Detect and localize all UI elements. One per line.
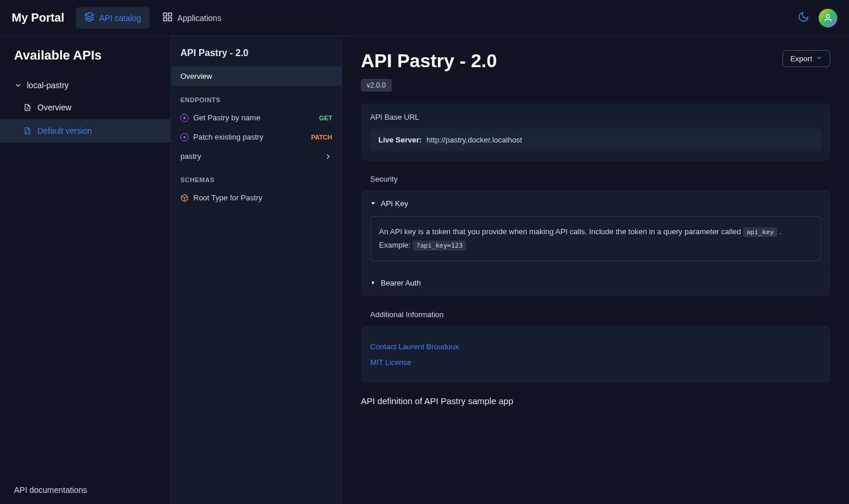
security-panel-bearer: Bearer Auth <box>361 270 830 296</box>
grid-icon <box>162 12 173 24</box>
security-name: Bearer Auth <box>381 279 421 287</box>
license-link[interactable]: MIT License <box>370 354 821 370</box>
endpoint-group-label: pastry <box>180 152 201 161</box>
link-list: Contact Laurent Broudoux MIT License <box>370 335 821 374</box>
document-icon <box>23 103 32 112</box>
api-group-label: local-pastry <box>27 81 69 90</box>
sidebar-available-apis: Available APIs local-pastry Overview Def… <box>0 36 171 504</box>
operation-icon <box>180 114 189 122</box>
top-header: My Portal API catalog Applications <box>0 0 849 36</box>
export-button[interactable]: Export <box>782 50 830 67</box>
sidebar-item-label: Overview <box>37 103 71 112</box>
user-avatar[interactable] <box>819 9 837 27</box>
svg-rect-4 <box>163 18 166 21</box>
svg-rect-1 <box>163 13 166 16</box>
layers-icon <box>84 12 95 24</box>
svg-marker-8 <box>372 281 374 285</box>
nav-label: Applications <box>178 13 222 23</box>
export-label: Export <box>790 54 812 63</box>
nav-applications[interactable]: Applications <box>154 7 230 29</box>
security-description: An API key is a token that you provide w… <box>370 216 821 261</box>
version-badge: v2.0.0 <box>361 79 392 92</box>
api-nav-title: API Pastry - 2.0 <box>171 48 342 67</box>
document-icon <box>23 127 32 135</box>
contact-link[interactable]: Contact Laurent Broudoux <box>370 339 821 354</box>
chevron-down-icon <box>816 54 823 63</box>
method-badge: PATCH <box>311 134 332 141</box>
endpoints-header: ENDPOINTS <box>171 86 342 108</box>
security-toggle-bearer[interactable]: Bearer Auth <box>361 273 830 294</box>
nav-label: API catalog <box>99 13 141 23</box>
endpoint-item[interactable]: Get Pastry by name GET <box>171 108 342 127</box>
sidebar-item-overview[interactable]: Overview <box>0 96 171 119</box>
api-description: API definition of API Pastry sample app <box>361 396 830 406</box>
server-label: Live Server: <box>378 135 422 144</box>
cube-icon <box>180 194 189 202</box>
header-right <box>798 9 837 27</box>
security-desc-suffix: . <box>780 227 782 236</box>
sidebar-title: Available APIs <box>0 48 171 75</box>
content-header: API Pastry - 2.0 Export <box>361 50 830 72</box>
sidebar-api-nav: API Pastry - 2.0 Overview ENDPOINTS Get … <box>171 36 342 504</box>
nav-overview-label: Overview <box>180 72 212 81</box>
svg-rect-2 <box>168 13 171 16</box>
schema-label: Root Type for Pastry <box>193 193 262 202</box>
svg-marker-7 <box>371 202 375 204</box>
theme-toggle-icon[interactable] <box>798 11 809 25</box>
base-url-panel: API Base URL Live Server: http://pastry.… <box>361 103 830 161</box>
svg-point-5 <box>826 15 829 18</box>
caret-right-icon <box>370 279 376 287</box>
nav-items: API catalog Applications <box>76 7 229 29</box>
method-badge: GET <box>319 114 332 121</box>
sidebar-item-default-version[interactable]: Default version <box>0 119 171 142</box>
server-url: http://pastry.docker.localhost <box>426 135 522 144</box>
nav-api-catalog[interactable]: API catalog <box>76 7 149 29</box>
additional-info-label: Additional Information <box>361 310 830 319</box>
main-layout: Available APIs local-pastry Overview Def… <box>0 36 849 504</box>
server-box: Live Server: http://pastry.docker.localh… <box>370 128 821 151</box>
sidebar-item-label: Default version <box>37 126 92 135</box>
chevron-right-icon <box>324 152 332 161</box>
security-name: API Key <box>381 199 408 208</box>
nav-overview[interactable]: Overview <box>171 67 342 86</box>
svg-rect-3 <box>168 18 171 21</box>
base-url-label: API Base URL <box>370 113 821 121</box>
api-group[interactable]: local-pastry <box>0 75 171 96</box>
endpoint-item[interactable]: Patch existing pastry PATCH <box>171 127 342 147</box>
security-toggle-apikey[interactable]: API Key <box>361 193 830 214</box>
schemas-header: SCHEMAS <box>171 166 342 188</box>
endpoint-label: Get Pastry by name <box>193 113 260 122</box>
sidebar-footer: API documentations <box>0 476 171 504</box>
page-title: API Pastry - 2.0 <box>361 50 497 72</box>
security-label: Security <box>361 175 830 183</box>
chevron-down-icon <box>14 81 22 89</box>
endpoint-label: Patch existing pastry <box>193 133 263 141</box>
svg-marker-0 <box>85 13 94 18</box>
security-panel-apikey: API Key An API key is a token that you p… <box>361 190 830 270</box>
security-example-label: Example: <box>379 241 413 249</box>
main-content: API Pastry - 2.0 Export v2.0.0 API Base … <box>342 36 849 504</box>
brand-title: My Portal <box>12 11 64 25</box>
security-example-code: ?api_key=123 <box>413 241 466 251</box>
additional-info-panel: Contact Laurent Broudoux MIT License <box>361 326 830 383</box>
operation-icon <box>180 133 189 141</box>
endpoint-group[interactable]: pastry <box>171 147 342 166</box>
security-desc-prefix: An API key is a token that you provide w… <box>379 227 743 236</box>
security-param-code: api_key <box>743 227 777 237</box>
schema-item[interactable]: Root Type for Pastry <box>171 188 342 207</box>
caret-down-icon <box>370 199 376 208</box>
